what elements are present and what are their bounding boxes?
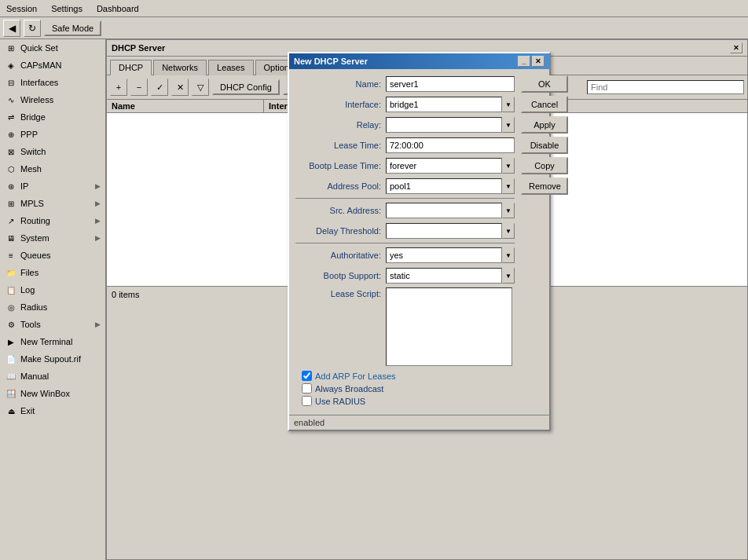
sidebar-item-new-terminal[interactable]: ▶ New Terminal: [0, 333, 105, 350]
authoritative-input[interactable]: [386, 247, 502, 263]
bootp-support-input[interactable]: [386, 268, 502, 284]
sidebar-item-system[interactable]: 🖥 System ▶: [0, 229, 105, 247]
check-icon: ✓: [156, 82, 163, 93]
authoritative-dropdown-button[interactable]: ▼: [502, 247, 515, 263]
sidebar-item-files[interactable]: 📁 Files: [0, 264, 105, 281]
sidebar-item-queues[interactable]: ≡ Queues: [0, 247, 105, 264]
ppp-icon: ⊕: [5, 128, 17, 141]
sidebar-label-wireless: Wireless: [20, 95, 101, 104]
sidebar-item-manual[interactable]: 📖 Manual: [0, 368, 105, 385]
sidebar-label-new-winbox: New WinBox: [20, 389, 101, 398]
sidebar-item-mesh[interactable]: ⬡ Mesh: [0, 160, 105, 178]
relay-input[interactable]: [386, 117, 502, 133]
dhcp-window-close-button[interactable]: ✕: [730, 42, 742, 53]
sidebar-label-queues: Queues: [20, 251, 101, 260]
address-pool-input[interactable]: [386, 178, 502, 194]
refresh-button[interactable]: ↻: [24, 20, 41, 37]
enable-button[interactable]: ✓: [151, 79, 168, 96]
bootp-support-label: Bootp Support:: [295, 271, 386, 280]
sidebar-item-ip[interactable]: ⊛ IP ▶: [0, 178, 105, 195]
interface-input[interactable]: [386, 97, 502, 112]
sidebar-item-log[interactable]: 📋 Log: [0, 281, 105, 298]
form-row-authoritative: Authoritative: ▼: [295, 247, 515, 264]
safe-mode-button[interactable]: Safe Mode: [44, 20, 101, 36]
lease-script-wrapper: [386, 287, 515, 368]
sidebar-item-capsman[interactable]: ◈ CAPsMAN: [0, 57, 105, 74]
dialog-minimize-button[interactable]: _: [518, 56, 530, 67]
col-name[interactable]: Name: [107, 100, 264, 112]
src-address-input[interactable]: [386, 203, 502, 218]
sidebar-label-system: System: [20, 233, 92, 243]
tab-dhcp[interactable]: DHCP: [110, 60, 152, 75]
sidebar-item-switch[interactable]: ⊠ Switch: [0, 143, 105, 160]
form-row-relay: Relay: ▼: [295, 116, 515, 134]
files-icon: 📁: [5, 266, 17, 279]
sidebar-item-exit[interactable]: ⏏ Exit: [0, 402, 105, 419]
bootp-lease-time-dropdown-button[interactable]: ▼: [502, 158, 515, 174]
relay-select-wrapper: ▼: [386, 117, 515, 133]
lease-script-textarea[interactable]: [386, 287, 512, 366]
use-radius-checkbox[interactable]: [302, 396, 312, 406]
disable-table-button[interactable]: ✕: [171, 79, 189, 96]
dialog-close-button[interactable]: ✕: [532, 56, 544, 67]
sidebar-item-wireless[interactable]: ∿ Wireless: [0, 91, 105, 108]
add-button[interactable]: +: [110, 79, 127, 96]
delay-threshold-dropdown-button[interactable]: ▼: [502, 223, 515, 239]
always-broadcast-checkbox[interactable]: [302, 383, 312, 393]
remove-button[interactable]: −: [130, 79, 148, 96]
routing-arrow: ▶: [95, 217, 101, 225]
dialog-disable-button[interactable]: Disable: [521, 137, 568, 154]
use-radius-label[interactable]: Use RADIUS: [315, 397, 365, 406]
system-icon: 🖥: [5, 232, 17, 244]
minimize-icon: _: [522, 57, 526, 65]
always-broadcast-label[interactable]: Always Broadcast: [315, 384, 383, 393]
sidebar-item-radius[interactable]: ◎ Radius: [0, 298, 105, 316]
sidebar-item-quick-set[interactable]: ⊞ Quick Set: [0, 39, 105, 57]
relay-dropdown-button[interactable]: ▼: [502, 117, 515, 133]
relay-dropdown-icon: ▼: [505, 122, 512, 129]
sidebar-item-mpls[interactable]: ⊞ MPLS ▶: [0, 195, 105, 212]
bootp-support-dropdown-button[interactable]: ▼: [502, 268, 515, 284]
cancel-button[interactable]: Cancel: [521, 96, 568, 113]
menu-session[interactable]: Session: [3, 2, 40, 15]
filter-button[interactable]: ▽: [192, 79, 209, 96]
src-address-label: Src. Address:: [295, 206, 386, 215]
sidebar-item-new-winbox[interactable]: 🪟 New WinBox: [0, 385, 105, 402]
lease-time-input[interactable]: [386, 137, 515, 153]
remove-icon: −: [137, 82, 141, 92]
interface-dropdown-button[interactable]: ▼: [502, 97, 515, 112]
tab-leases[interactable]: Leases: [208, 60, 253, 75]
src-address-dropdown-button[interactable]: ▼: [502, 203, 515, 218]
tab-networks[interactable]: Networks: [153, 60, 207, 75]
sidebar-label-new-terminal: New Terminal: [20, 337, 101, 346]
remove-button[interactable]: Remove: [521, 178, 568, 195]
menu-settings[interactable]: Settings: [48, 2, 86, 15]
lease-time-label: Lease Time:: [295, 141, 386, 150]
menu-dashboard[interactable]: Dashboard: [94, 2, 142, 15]
name-input[interactable]: [386, 76, 515, 92]
copy-button[interactable]: Copy: [521, 157, 568, 174]
add-arp-label[interactable]: Add ARP For Leases: [315, 372, 396, 381]
form-row-delay-threshold: Delay Threshold: ▼: [295, 222, 515, 240]
delay-threshold-input[interactable]: [386, 223, 502, 239]
ok-button[interactable]: OK: [521, 75, 568, 93]
sidebar-item-bridge[interactable]: ⇌ Bridge: [0, 108, 105, 126]
delay-threshold-label: Delay Threshold:: [295, 226, 386, 236]
sidebar-item-interfaces[interactable]: ⊟ Interfaces: [0, 74, 105, 91]
bootp-lease-time-input[interactable]: [386, 158, 502, 174]
apply-button[interactable]: Apply: [521, 116, 568, 134]
back-button[interactable]: ◀: [3, 20, 20, 37]
wireless-icon: ∿: [5, 93, 17, 106]
dhcp-config-button[interactable]: DHCP Config: [212, 79, 280, 95]
content-area: DHCP Server ✕ DHCP Networks Leases Optio…: [106, 39, 748, 560]
sidebar-item-make-supout[interactable]: 📄 Make Supout.rif: [0, 350, 105, 368]
address-pool-dropdown-button[interactable]: ▼: [502, 178, 515, 194]
search-input[interactable]: [587, 80, 744, 94]
sidebar-item-tools[interactable]: ⚙ Tools ▶: [0, 316, 105, 333]
sidebar-item-ppp[interactable]: ⊕ PPP: [0, 126, 105, 143]
mesh-icon: ⬡: [5, 163, 17, 175]
add-arp-checkbox[interactable]: [302, 371, 312, 381]
src-address-dropdown-icon: ▼: [505, 207, 512, 214]
sidebar-item-routing[interactable]: ↗ Routing ▶: [0, 212, 105, 229]
interface-dropdown-icon: ▼: [505, 101, 512, 108]
